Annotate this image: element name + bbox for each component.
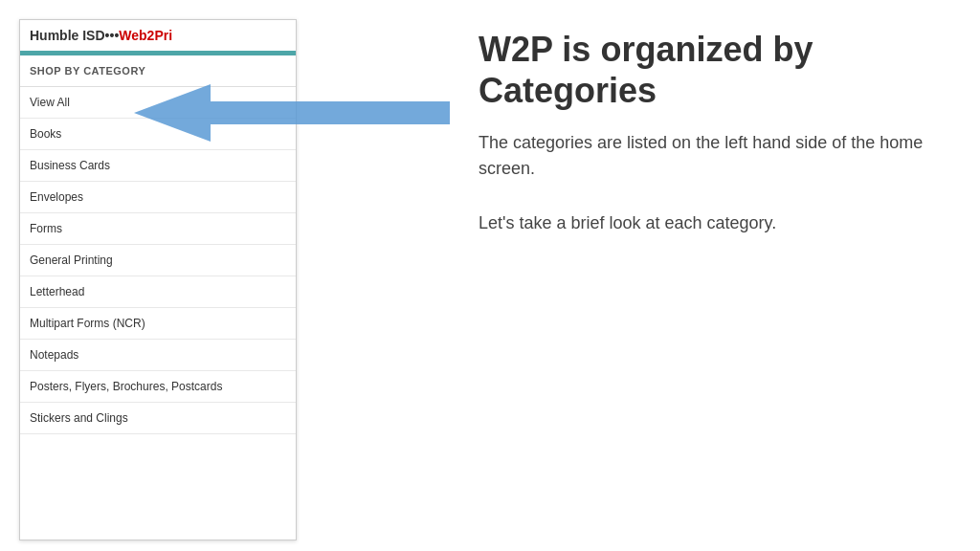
nav-item-books[interactable]: Books	[20, 119, 296, 150]
nav-item-letterhead[interactable]: Letterhead	[20, 276, 296, 308]
nav-item-multipart-forms[interactable]: Multipart Forms (NCR)	[20, 308, 296, 340]
nav-label: Envelopes	[30, 190, 83, 204]
page-title: W2P is organized by Categories	[479, 29, 947, 111]
description-2: Let's take a brief look at each category…	[479, 210, 947, 236]
nav-label: Books	[30, 127, 61, 141]
nav-label: Letterhead	[30, 285, 84, 298]
category-header-label: SHOP BY CATEGORY	[30, 65, 145, 77]
nav-item-notepads[interactable]: Notepads	[20, 340, 296, 371]
nav-label: View All	[30, 96, 70, 109]
nav-item-view-all[interactable]: View All	[20, 87, 296, 119]
nav-item-posters[interactable]: Posters, Flyers, Brochures, Postcards	[20, 371, 296, 403]
nav-item-general-printing[interactable]: General Printing	[20, 245, 296, 276]
site-header: Humble ISD•••Web2Pri	[20, 20, 296, 53]
description-1: The categories are listed on the left ha…	[479, 130, 947, 182]
nav-label: Notepads	[30, 348, 78, 362]
nav-item-business-cards[interactable]: Business Cards	[20, 150, 296, 182]
nav-label: Business Cards	[30, 159, 110, 172]
nav-label: Posters, Flyers, Brochures, Postcards	[30, 380, 222, 393]
category-header: SHOP BY CATEGORY	[20, 53, 296, 87]
nav-label: Multipart Forms (NCR)	[30, 317, 145, 330]
nav-label: General Printing	[30, 253, 113, 267]
nav-label: Forms	[30, 222, 62, 235]
w2p-text: Web2Pri	[119, 28, 172, 43]
dots-text: •••	[105, 28, 120, 43]
nav-item-forms[interactable]: Forms	[20, 213, 296, 245]
nav-item-envelopes[interactable]: Envelopes	[20, 182, 296, 213]
nav-label: Stickers and Clings	[30, 411, 128, 425]
right-content: W2P is organized by Categories The categ…	[459, 19, 967, 246]
humble-isd-text: Humble ISD	[30, 28, 105, 43]
nav-item-stickers[interactable]: Stickers and Clings	[20, 403, 296, 434]
brand-name: Humble ISD•••Web2Pri	[30, 28, 172, 43]
web2print-screenshot: Humble ISD•••Web2Pri SHOP BY CATEGORY Vi…	[19, 19, 297, 540]
